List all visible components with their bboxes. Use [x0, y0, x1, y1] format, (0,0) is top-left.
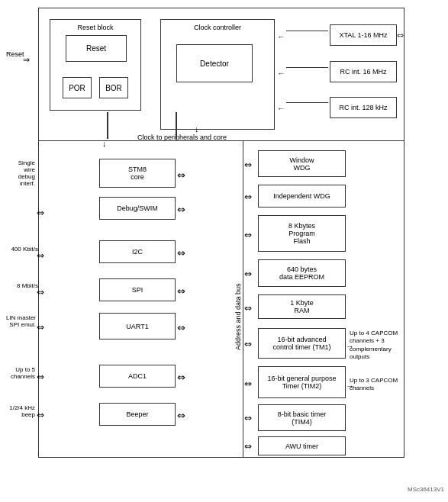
spi-arrow: ⇔	[177, 285, 185, 297]
uart-arrow: ⇔	[177, 322, 185, 333]
stm8-label: STM8core	[128, 166, 147, 181]
tim4-arrow: ⇔	[244, 413, 252, 423]
flash-arrow: ⇔	[244, 230, 252, 240]
capcom2-arrow: →	[346, 381, 354, 391]
debug-left-arrow: ⇔	[37, 208, 44, 218]
reset-arrow: ⇒	[23, 55, 30, 65]
por-bor-row: POR BOR	[58, 77, 133, 98]
diagram: Reset block Reset POR BOR Clock controll…	[0, 0, 448, 494]
clock-down-arrow1: ↓	[195, 124, 199, 134]
reset-block-down-line	[107, 112, 108, 139]
beeper-label: Beeper	[126, 410, 148, 418]
rc16-arrow: ←	[277, 69, 285, 78]
reset-inner-box: Reset	[66, 35, 127, 62]
rc128-box: RC int. 128 kHz	[330, 97, 397, 118]
uart-box: UART1	[99, 313, 176, 339]
spi-speed-label: 8 Mbit/s	[9, 282, 38, 289]
spi-left-arrow: ⇔	[37, 287, 44, 298]
tim1-arrow: ⇔	[244, 339, 252, 349]
ram-label: 1 KbyteRAM	[290, 299, 314, 314]
clock-to-peripherals: Clock to peripherals and core	[137, 134, 227, 141]
wwdg-box: WindowWDG	[258, 150, 346, 177]
por-box: POR	[63, 77, 92, 98]
bor-box: BOR	[99, 77, 128, 98]
uart-left-arrow: ⇔	[37, 322, 44, 333]
reset-block: Reset block Reset POR BOR	[50, 19, 141, 111]
rc128-label: RC int. 128 kHz	[339, 104, 387, 111]
rc128-line	[286, 102, 328, 104]
debug-arrow: ⇔	[177, 204, 185, 215]
clock-ctrl-down-line	[176, 112, 177, 139]
tim1-box: 16-bit advancedcontrol timer (TM1)	[258, 328, 346, 359]
beeper-box: Beeper	[99, 403, 176, 426]
i2c-arrow: ⇔	[177, 247, 185, 259]
capcom1-label: Up to 4 CAPCOMchannels + 3complementaryo…	[350, 330, 441, 362]
debug-box: Debug/SWIM	[99, 197, 176, 220]
wwdg-label: WindowWDG	[289, 156, 314, 172]
adc-arrow: ⇔	[177, 372, 185, 383]
iwdg-box: Independent WDG	[258, 185, 346, 208]
xtal-label: XTAL 1-16 MHz	[339, 31, 387, 39]
awu-box: AWU timer	[258, 436, 346, 455]
tim2-box: 16-bit general purposeTimer (TIM2)	[258, 366, 346, 398]
xtal-arrow: ←	[277, 32, 285, 41]
capcom1-arrow: →	[346, 342, 354, 351]
rc16-box: RC int. 16 MHz	[330, 61, 397, 82]
por-label: POR	[69, 84, 85, 92]
clock-down-arrow2: ↓	[102, 139, 107, 148]
tim2-arrow: ⇔	[244, 378, 252, 389]
xtal-line	[286, 31, 328, 32]
bus-label: Address and data bus	[233, 202, 243, 431]
beeper-arrow: ⇔	[177, 410, 185, 421]
lin-label: LIN masterSPI emul.	[4, 314, 36, 328]
beep-freq-label: 1/2/4 kHzbeep	[6, 404, 35, 418]
i2c-speed-label: 400 Kbit/s	[9, 246, 38, 253]
single-wire-label: Single wiredebug interf.	[6, 159, 35, 187]
awu-label: AWU timer	[285, 442, 318, 450]
stm8-box: STM8core	[99, 159, 176, 188]
detector-box: Detector	[176, 44, 253, 82]
beeper-left-arrow: ⇔	[37, 410, 44, 420]
adc-label: ADC1	[128, 372, 147, 380]
ram-box: 1 KbyteRAM	[258, 294, 346, 319]
tim4-box: 8-bit basic timer(TIM4)	[258, 404, 346, 431]
i2c-box: I2C	[99, 240, 176, 263]
reset-block-label: Reset block	[50, 24, 140, 31]
spi-box: SPI	[99, 278, 176, 301]
debug-label: Debug/SWIM	[117, 204, 158, 212]
awu-arrow: ⇔	[244, 441, 252, 452]
flash-label: 8 KbytesProgramFlash	[288, 222, 315, 245]
spi-label: SPI	[132, 286, 143, 294]
rc16-line	[286, 67, 328, 69]
tim2-label: 16-bit general purposeTimer (TIM2)	[267, 375, 336, 390]
clock-controller-label: Clock controller	[161, 24, 274, 31]
rc16-label: RC int. 16 MHz	[340, 68, 386, 76]
i2c-left-arrow: ⇔	[37, 250, 44, 261]
xtal-ext-arrow: ⇔	[397, 31, 404, 40]
adc-channels-label: Up to 5channels	[6, 366, 35, 380]
adc-box: ADC1	[99, 365, 176, 388]
eeprom-label: 640 bytesdata EEPROM	[279, 265, 324, 281]
clock-controller: Clock controller Detector	[160, 19, 275, 130]
tim1-label: 16-bit advancedcontrol timer (TM1)	[272, 336, 330, 351]
reset-pin-label: Reset	[6, 50, 24, 58]
stm8-arrow: ⇔	[177, 169, 185, 181]
detector-label: Detector	[200, 60, 229, 68]
capcom2-label: Up to 3 CAPCOMchannels	[350, 377, 433, 393]
xtal-box: XTAL 1-16 MHz	[330, 24, 397, 46]
footer-text: MSc36413V1	[408, 486, 444, 493]
tim4-label: 8-bit basic timer(TIM4)	[278, 410, 327, 426]
reset-inner-label: Reset	[86, 44, 106, 53]
i2c-label: I2C	[132, 248, 143, 256]
uart-label: UART1	[126, 323, 148, 330]
wwdg-arrow: ⇔	[244, 159, 252, 170]
ram-arrow: ⇔	[244, 303, 252, 314]
bor-label: BOR	[105, 84, 122, 92]
iwdg-label: Independent WDG	[273, 192, 330, 200]
eeprom-box: 640 bytesdata EEPROM	[258, 259, 346, 287]
flash-box: 8 KbytesProgramFlash	[258, 215, 346, 252]
adc-left-arrow: ⇔	[37, 372, 44, 382]
iwdg-arrow: ⇔	[244, 191, 252, 202]
eeprom-arrow: ⇔	[244, 269, 252, 279]
rc128-arrow: ←	[277, 104, 285, 113]
